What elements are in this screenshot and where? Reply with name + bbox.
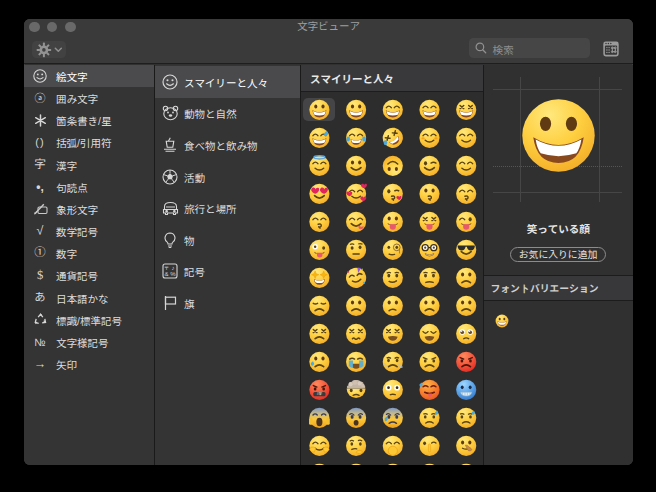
svg-text:&: & (164, 272, 168, 278)
svg-text:%: % (170, 272, 176, 278)
svg-text:〒: 〒 (164, 265, 169, 271)
